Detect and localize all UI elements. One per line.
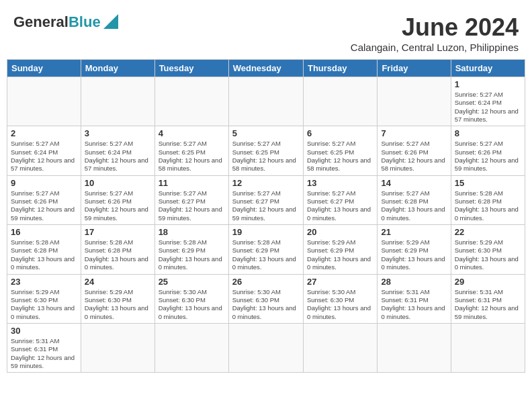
weekday-header-tuesday: Tuesday [154,60,228,77]
day-number: 10 [85,178,151,188]
day-info: Sunrise: 5:27 AM Sunset: 6:24 PM Dayligh… [85,140,151,173]
calendar-cell: 21Sunrise: 5:29 AM Sunset: 6:29 PM Dayli… [378,225,451,274]
calendar-cell: 30Sunrise: 5:31 AM Sunset: 6:31 PM Dayli… [7,323,81,372]
day-number: 24 [85,277,151,287]
logo-text: GeneralBlue [13,13,101,31]
calendar-cell: 15Sunrise: 5:28 AM Sunset: 6:28 PM Dayli… [451,175,525,224]
calendar-cell: 9Sunrise: 5:27 AM Sunset: 6:26 PM Daylig… [7,175,81,224]
weekday-header-monday: Monday [81,60,154,77]
day-number: 16 [11,227,77,237]
day-number: 4 [159,128,225,138]
day-number: 20 [307,227,373,237]
calendar-week-1: 1Sunrise: 5:27 AM Sunset: 6:24 PM Daylig… [7,77,525,126]
calendar-week-3: 9Sunrise: 5:27 AM Sunset: 6:26 PM Daylig… [7,175,525,224]
calendar-cell [378,77,451,126]
calendar-cell: 5Sunrise: 5:27 AM Sunset: 6:25 PM Daylig… [228,126,303,175]
day-number: 2 [11,128,77,138]
calendar-cell [451,323,525,372]
calendar-cell [7,77,81,126]
day-number: 15 [455,178,521,188]
day-info: Sunrise: 5:31 AM Sunset: 6:31 PM Dayligh… [455,288,521,321]
calendar-week-4: 16Sunrise: 5:28 AM Sunset: 6:28 PM Dayli… [7,225,525,274]
header: GeneralBlue June 2024 Calangain, Central… [7,7,525,56]
calendar-cell: 12Sunrise: 5:27 AM Sunset: 6:27 PM Dayli… [228,175,303,224]
title-area: June 2024 Calangain, Central Luzon, Phil… [351,13,519,53]
day-info: Sunrise: 5:27 AM Sunset: 6:27 PM Dayligh… [307,189,373,222]
day-info: Sunrise: 5:27 AM Sunset: 6:26 PM Dayligh… [85,189,151,222]
day-info: Sunrise: 5:30 AM Sunset: 6:30 PM Dayligh… [159,288,225,321]
day-info: Sunrise: 5:27 AM Sunset: 6:27 PM Dayligh… [232,189,300,222]
day-info: Sunrise: 5:27 AM Sunset: 6:26 PM Dayligh… [381,140,447,173]
calendar-cell: 19Sunrise: 5:28 AM Sunset: 6:29 PM Dayli… [228,225,303,274]
calendar-cell [378,323,451,372]
day-number: 5 [232,128,300,138]
weekday-header-sunday: Sunday [7,60,81,77]
calendar-week-5: 23Sunrise: 5:29 AM Sunset: 6:30 PM Dayli… [7,274,525,323]
day-number: 22 [455,227,521,237]
calendar-cell: 14Sunrise: 5:27 AM Sunset: 6:28 PM Dayli… [378,175,451,224]
day-info: Sunrise: 5:28 AM Sunset: 6:29 PM Dayligh… [232,238,300,271]
day-number: 28 [381,277,447,287]
calendar-cell: 2Sunrise: 5:27 AM Sunset: 6:24 PM Daylig… [7,126,81,175]
calendar-table: SundayMondayTuesdayWednesdayThursdayFrid… [7,59,525,373]
calendar-cell: 26Sunrise: 5:30 AM Sunset: 6:30 PM Dayli… [228,274,303,323]
calendar-cell: 27Sunrise: 5:30 AM Sunset: 6:30 PM Dayli… [303,274,377,323]
day-info: Sunrise: 5:27 AM Sunset: 6:26 PM Dayligh… [455,140,521,173]
calendar-cell [303,323,377,372]
day-info: Sunrise: 5:27 AM Sunset: 6:25 PM Dayligh… [307,140,373,173]
calendar-cell: 6Sunrise: 5:27 AM Sunset: 6:25 PM Daylig… [303,126,377,175]
calendar-cell: 11Sunrise: 5:27 AM Sunset: 6:27 PM Dayli… [154,175,228,224]
day-number: 13 [307,178,373,188]
calendar-cell: 23Sunrise: 5:29 AM Sunset: 6:30 PM Dayli… [7,274,81,323]
day-info: Sunrise: 5:29 AM Sunset: 6:30 PM Dayligh… [85,288,151,321]
day-info: Sunrise: 5:29 AM Sunset: 6:30 PM Dayligh… [11,288,77,321]
calendar-cell: 24Sunrise: 5:29 AM Sunset: 6:30 PM Dayli… [81,274,154,323]
location-subtitle: Calangain, Central Luzon, Philippines [351,42,519,53]
calendar-cell [81,323,154,372]
day-info: Sunrise: 5:27 AM Sunset: 6:27 PM Dayligh… [159,189,225,222]
day-number: 18 [159,227,225,237]
day-info: Sunrise: 5:28 AM Sunset: 6:28 PM Dayligh… [85,238,151,271]
day-number: 14 [381,178,447,188]
day-info: Sunrise: 5:27 AM Sunset: 6:25 PM Dayligh… [159,140,225,173]
day-number: 26 [232,277,300,287]
calendar-cell [228,77,303,126]
day-info: Sunrise: 5:29 AM Sunset: 6:30 PM Dayligh… [455,238,521,271]
day-info: Sunrise: 5:29 AM Sunset: 6:29 PM Dayligh… [381,238,447,271]
day-info: Sunrise: 5:27 AM Sunset: 6:24 PM Dayligh… [455,91,521,124]
calendar-cell: 4Sunrise: 5:27 AM Sunset: 6:25 PM Daylig… [154,126,228,175]
weekday-header-friday: Friday [378,60,451,77]
calendar-cell: 29Sunrise: 5:31 AM Sunset: 6:31 PM Dayli… [451,274,525,323]
day-number: 11 [159,178,225,188]
day-info: Sunrise: 5:28 AM Sunset: 6:28 PM Dayligh… [455,189,521,222]
calendar-cell: 8Sunrise: 5:27 AM Sunset: 6:26 PM Daylig… [451,126,525,175]
svg-marker-0 [103,14,118,29]
calendar-cell: 25Sunrise: 5:30 AM Sunset: 6:30 PM Dayli… [154,274,228,323]
day-info: Sunrise: 5:28 AM Sunset: 6:28 PM Dayligh… [11,238,77,271]
day-number: 1 [455,79,521,89]
weekday-header-wednesday: Wednesday [228,60,303,77]
calendar-cell: 10Sunrise: 5:27 AM Sunset: 6:26 PM Dayli… [81,175,154,224]
calendar-week-6: 30Sunrise: 5:31 AM Sunset: 6:31 PM Dayli… [7,323,525,372]
calendar-cell: 13Sunrise: 5:27 AM Sunset: 6:27 PM Dayli… [303,175,377,224]
day-number: 17 [85,227,151,237]
calendar-cell [81,77,154,126]
calendar-cell: 17Sunrise: 5:28 AM Sunset: 6:28 PM Dayli… [81,225,154,274]
day-number: 29 [455,277,521,287]
day-number: 6 [307,128,373,138]
calendar-header: SundayMondayTuesdayWednesdayThursdayFrid… [7,60,525,77]
day-info: Sunrise: 5:29 AM Sunset: 6:29 PM Dayligh… [307,238,373,271]
calendar-cell [154,323,228,372]
weekday-header-saturday: Saturday [451,60,525,77]
day-number: 30 [11,326,77,336]
day-info: Sunrise: 5:31 AM Sunset: 6:31 PM Dayligh… [381,288,447,321]
logo-triangle-icon [103,14,118,29]
day-number: 3 [85,128,151,138]
day-number: 21 [381,227,447,237]
day-number: 8 [455,128,521,138]
calendar-cell: 3Sunrise: 5:27 AM Sunset: 6:24 PM Daylig… [81,126,154,175]
day-info: Sunrise: 5:30 AM Sunset: 6:30 PM Dayligh… [232,288,300,321]
calendar-cell [154,77,228,126]
day-number: 9 [11,178,77,188]
day-number: 27 [307,277,373,287]
